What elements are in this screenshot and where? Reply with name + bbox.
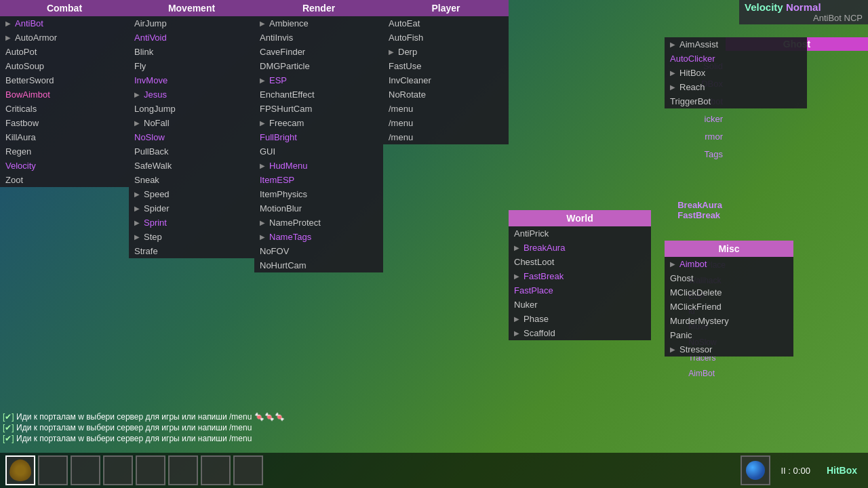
hotbar-slot-7[interactable] bbox=[201, 455, 231, 485]
ghost-item-hitbox[interactable]: ▶HitBox bbox=[665, 66, 807, 80]
ghost-item-triggerbot[interactable]: TriggerBot bbox=[665, 94, 807, 108]
movement-item-antivoid[interactable]: AntiVoid bbox=[129, 30, 254, 45]
arrow-icon: ▶ bbox=[260, 77, 265, 84]
combat-item-bowaimbot[interactable]: BowAimbot bbox=[0, 87, 129, 102]
arrow-icon: ▶ bbox=[5, 20, 11, 27]
render-item-nofov[interactable]: NoFOV bbox=[254, 244, 383, 258]
player-item-norotate[interactable]: NoRotate bbox=[383, 87, 509, 102]
render-item-nohurtcam[interactable]: NoHurtCam bbox=[254, 258, 383, 272]
movement-item-spider[interactable]: ▶Spider bbox=[129, 201, 254, 216]
movement-item-longjump[interactable]: LongJump bbox=[129, 102, 254, 116]
hotbar-slot-6[interactable] bbox=[168, 455, 198, 485]
misc-item-ghost[interactable]: Ghost bbox=[665, 271, 793, 285]
movement-item-pullback[interactable]: PullBack bbox=[129, 144, 254, 159]
ghost-item-reach[interactable]: ▶Reach bbox=[665, 80, 807, 94]
render-item-gui[interactable]: GUI bbox=[254, 144, 383, 159]
player-item-autoeat[interactable]: AutoEat bbox=[383, 16, 509, 30]
combat-item-fastbow[interactable]: Fastbow bbox=[0, 116, 129, 130]
hotbar-slot-1[interactable] bbox=[5, 455, 35, 485]
world-item-chestloot[interactable]: ChestLoot bbox=[509, 255, 651, 269]
misc-item-mclickdelete[interactable]: MClickDelete bbox=[665, 285, 793, 300]
combat-item-zoot[interactable]: Zoot bbox=[0, 173, 129, 187]
world-panel: World AntiPrick ▶BreakAura ChestLoot ▶Fa… bbox=[509, 210, 651, 340]
movement-item-fly[interactable]: Fly bbox=[129, 59, 254, 73]
render-item-enchanteffect[interactable]: EnchantEffect bbox=[254, 87, 383, 102]
render-item-motionblur[interactable]: MotionBlur bbox=[254, 201, 383, 216]
combat-item-bettersword[interactable]: BetterSword bbox=[0, 73, 129, 87]
ghost-panel: ▶AimAssist AutoClicker ▶HitBox ▶Reach Tr… bbox=[665, 37, 807, 108]
world-item-nuker[interactable]: Nuker bbox=[509, 298, 651, 312]
player-item-menu3[interactable]: /menu bbox=[383, 130, 509, 144]
hotbar-slot-3[interactable] bbox=[71, 455, 100, 485]
combat-item-criticals[interactable]: Criticals bbox=[0, 102, 129, 116]
movement-item-blink[interactable]: Blink bbox=[129, 45, 254, 59]
render-item-fpshurtcam[interactable]: FPSHurtCam bbox=[254, 102, 383, 116]
hotbar-item-pearl bbox=[746, 461, 765, 480]
world-item-fastplace[interactable]: FastPlace bbox=[509, 283, 651, 298]
world-item-breakaura[interactable]: ▶BreakAura bbox=[509, 241, 651, 255]
render-item-esp[interactable]: ▶ESP bbox=[254, 73, 383, 87]
player-item-derp[interactable]: ▶Derp bbox=[383, 45, 509, 59]
hotbar-slot-8[interactable] bbox=[233, 455, 263, 485]
arrow-icon: ▶ bbox=[670, 69, 675, 77]
misc-item-murdermystery[interactable]: MurderMystery bbox=[665, 314, 793, 328]
player-item-menu2[interactable]: /menu bbox=[383, 116, 509, 130]
render-item-nametags[interactable]: ▶NameTags bbox=[254, 230, 383, 244]
movement-item-invmove[interactable]: InvMove bbox=[129, 73, 254, 87]
misc-item-panic[interactable]: Panic bbox=[665, 328, 793, 342]
combat-item-regen[interactable]: Regen bbox=[0, 144, 129, 159]
render-item-hudmenu[interactable]: ▶HudMenu bbox=[254, 159, 383, 173]
world-item-antiprick[interactable]: AntiPrick bbox=[509, 226, 651, 241]
render-item-cavefinder[interactable]: CaveFinder bbox=[254, 45, 383, 59]
movement-item-sprint[interactable]: ▶Sprint bbox=[129, 216, 254, 230]
hotbar-slot-4[interactable] bbox=[103, 455, 133, 485]
side-label-tags: Tags bbox=[701, 146, 723, 163]
movement-item-nofall[interactable]: ▶NoFall bbox=[129, 116, 254, 130]
render-item-antiinvis[interactable]: AntiInvis bbox=[254, 30, 383, 45]
arrow-icon: ▶ bbox=[670, 260, 675, 268]
hotbar-slot-2[interactable] bbox=[38, 455, 68, 485]
world-item-scaffold[interactable]: ▶Scaffold bbox=[509, 326, 651, 340]
render-item-itemesp[interactable]: ItemESP bbox=[254, 173, 383, 187]
combat-item-velocity[interactable]: Velocity bbox=[0, 159, 129, 173]
ghost-item-autoclicker[interactable]: AutoClicker bbox=[665, 52, 807, 66]
movement-item-step[interactable]: ▶Step bbox=[129, 230, 254, 244]
ghost-item-aimassist[interactable]: ▶AimAssist bbox=[665, 37, 807, 52]
player-item-menu1[interactable]: /menu bbox=[383, 102, 509, 116]
hotbar-slot-5[interactable] bbox=[136, 455, 165, 485]
render-item-nameprotect[interactable]: ▶NameProtect bbox=[254, 216, 383, 230]
breakaura-overlay-label: BreakAura bbox=[677, 200, 722, 210]
arrow-icon: ▶ bbox=[670, 83, 675, 91]
misc-item-aimbot[interactable]: ▶Aimbot bbox=[665, 257, 793, 271]
side-label-rmor: rmor bbox=[701, 128, 723, 146]
movement-item-speed[interactable]: ▶Speed bbox=[129, 187, 254, 201]
render-item-freecam[interactable]: ▶Freecam bbox=[254, 116, 383, 130]
combat-item-killaura[interactable]: KillAura bbox=[0, 130, 129, 144]
player-item-fastuse[interactable]: FastUse bbox=[383, 59, 509, 73]
render-item-itemphysics[interactable]: ItemPhysics bbox=[254, 187, 383, 201]
combat-item-autopot[interactable]: AutoPot bbox=[0, 45, 129, 59]
player-item-autofish[interactable]: AutoFish bbox=[383, 30, 509, 45]
render-item-fullbright[interactable]: FullBright bbox=[254, 130, 383, 144]
player-item-invcleaner[interactable]: InvCleaner bbox=[383, 73, 509, 87]
world-item-fastbreak[interactable]: ▶FastBreak bbox=[509, 269, 651, 283]
arrow-icon: ▶ bbox=[260, 233, 265, 241]
misc-item-mclickfriend[interactable]: MClickFriend bbox=[665, 300, 793, 314]
movement-item-noslow[interactable]: NoSlow bbox=[129, 130, 254, 144]
misc-item-stressor[interactable]: ▶Stressor bbox=[665, 342, 793, 357]
combat-item-autoarmor[interactable]: ▶AutoArmor bbox=[0, 30, 129, 45]
movement-item-jesus[interactable]: ▶Jesus bbox=[129, 87, 254, 102]
combat-item-antibot[interactable]: ▶AntiBot bbox=[0, 16, 129, 30]
render-item-ambience[interactable]: ▶Ambience bbox=[254, 16, 383, 30]
render-header: Render bbox=[254, 0, 383, 16]
world-item-phase[interactable]: ▶Phase bbox=[509, 312, 651, 326]
combat-item-autosoup[interactable]: AutoSoup bbox=[0, 59, 129, 73]
render-item-dmgparticle[interactable]: DMGParticle bbox=[254, 59, 383, 73]
player-header: Player bbox=[383, 0, 509, 16]
movement-item-sneak[interactable]: Sneak bbox=[129, 173, 254, 187]
movement-item-strafe[interactable]: Strafe bbox=[129, 244, 254, 258]
movement-item-airjump[interactable]: AirJump bbox=[129, 16, 254, 30]
movement-item-safewalk[interactable]: SafeWalk bbox=[129, 159, 254, 173]
menu-container: Velocity Normal AntiBot NCP Ghost Solid … bbox=[0, 0, 868, 488]
hotbar-slot-right[interactable] bbox=[741, 455, 770, 485]
